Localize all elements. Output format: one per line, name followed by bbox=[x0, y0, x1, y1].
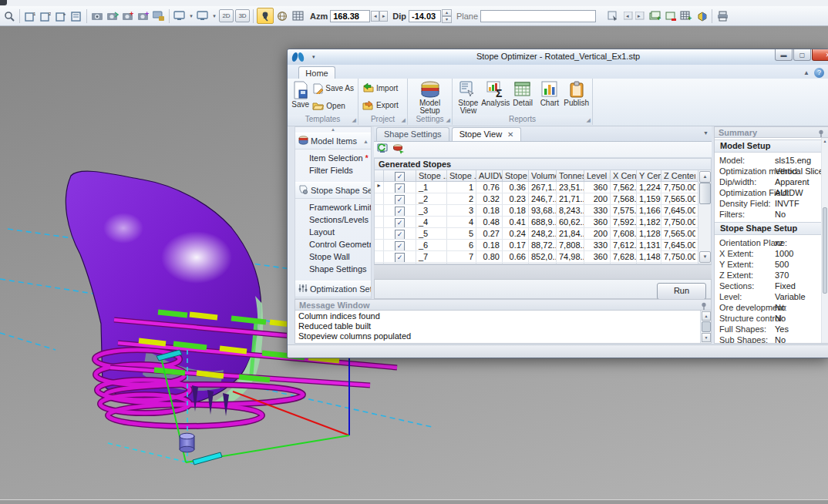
remove-table-icon[interactable] bbox=[664, 9, 678, 23]
dialog-launcher-icon[interactable]: ◢ bbox=[446, 117, 450, 123]
row-checkbox[interactable]: ✓ bbox=[395, 230, 405, 239]
row-checkbox[interactable]: ✓ bbox=[395, 195, 405, 204]
scroll-down-arrow[interactable]: ▼ bbox=[702, 333, 711, 342]
column-header[interactable]: AUIDW bbox=[476, 170, 503, 181]
summary-header[interactable]: Summary bbox=[714, 126, 828, 138]
summary-section-stope-shape-setup[interactable]: Stope Shape Setup bbox=[715, 222, 822, 235]
add-table-icon[interactable]: + bbox=[648, 9, 662, 23]
table-row[interactable]: ✓_330.180.1893,68...8,243...3307,575...1… bbox=[375, 205, 711, 217]
dialog-launcher-icon[interactable]: ◢ bbox=[587, 117, 591, 123]
table-row[interactable]: ✓_770.800.66852,0...74,98...3607,628...1… bbox=[375, 251, 711, 263]
table-row[interactable]: ▸✓_110.760.36267,1...23,51...3607,562...… bbox=[375, 182, 711, 193]
row-checkbox[interactable]: ✓ bbox=[395, 253, 405, 262]
chart-button[interactable]: Chart bbox=[537, 79, 564, 114]
row-checkbox[interactable]: ✓ bbox=[395, 241, 405, 250]
sidebar-item[interactable]: Shape Settings bbox=[295, 263, 371, 275]
quick-access-dropdown-icon[interactable]: ▾ bbox=[312, 54, 315, 60]
dip-stepper[interactable]: ▴▾ bbox=[442, 9, 452, 23]
close-tab-icon[interactable]: ✕ bbox=[507, 128, 513, 141]
column-header[interactable]: Tonnes bbox=[557, 170, 584, 181]
column-header[interactable]: Level ID bbox=[584, 170, 611, 181]
model-setup-button[interactable]: Model Setup bbox=[411, 79, 449, 114]
sidebar-item[interactable]: Stope Wall bbox=[295, 250, 371, 263]
detail-button[interactable]: Detail bbox=[510, 79, 537, 114]
sidebar-item[interactable]: Sections/Levels bbox=[295, 213, 371, 226]
monitor-icon[interactable] bbox=[196, 9, 210, 23]
scroll-up-arrow[interactable]: ▲ bbox=[702, 311, 711, 321]
azimuth-stepper[interactable]: ◂▸ bbox=[371, 11, 388, 22]
sidebar-item[interactable]: Item Selection* bbox=[295, 152, 371, 164]
select-all-checkbox[interactable]: ✓ bbox=[384, 170, 416, 181]
save-button[interactable]: Save bbox=[290, 79, 311, 114]
message-scrollbar[interactable]: ▲ ▼ bbox=[700, 311, 711, 343]
sidebar-section-model-items[interactable]: Model Items▲ bbox=[295, 133, 371, 150]
scroll-thumb[interactable] bbox=[699, 183, 711, 204]
message-window-header[interactable]: Message Window bbox=[295, 299, 712, 311]
print-icon[interactable] bbox=[715, 9, 729, 23]
dropdown-caret[interactable]: ▾ bbox=[188, 9, 194, 23]
export-button[interactable]: Export bbox=[361, 100, 400, 111]
section-step-next-icon[interactable]: » bbox=[54, 9, 68, 23]
save-as-button[interactable]: Save As bbox=[311, 82, 355, 95]
column-header[interactable]: Stope ... bbox=[416, 170, 447, 181]
section-step-2-icon[interactable]: 2 bbox=[39, 9, 52, 23]
section-list-icon[interactable] bbox=[69, 9, 83, 23]
refresh-view-icon[interactable] bbox=[377, 143, 389, 156]
camera-icon[interactable] bbox=[90, 9, 104, 23]
collapse-ribbon-icon[interactable]: ▲ bbox=[803, 69, 809, 76]
sidebar-item[interactable]: Control Geometry bbox=[295, 238, 371, 250]
publish-button[interactable]: Publish bbox=[563, 79, 590, 114]
dip-input[interactable] bbox=[409, 10, 441, 22]
camera-bookmark-icon[interactable]: + bbox=[136, 9, 150, 23]
sidebar-section-optimization-setup[interactable]: Optimization Setup▲ bbox=[295, 281, 371, 297]
column-header[interactable]: Stope ... bbox=[447, 170, 476, 181]
scroll-up-arrow[interactable]: ▲ bbox=[699, 171, 711, 183]
tab-stope-view[interactable]: Stope View ✕ bbox=[452, 127, 522, 141]
scroll-thumb[interactable] bbox=[702, 321, 711, 332]
column-header[interactable]: X Center bbox=[611, 170, 637, 181]
column-header[interactable]: Z Center bbox=[661, 170, 695, 181]
add-grid-icon[interactable]: + bbox=[679, 9, 693, 23]
row-checkbox[interactable]: ✓ bbox=[395, 183, 405, 193]
camera-add-icon[interactable]: + bbox=[121, 9, 135, 23]
scroll-thumb[interactable] bbox=[823, 207, 827, 294]
import-button[interactable]: Import bbox=[361, 82, 400, 93]
dialog-launcher-icon[interactable]: ◢ bbox=[352, 117, 356, 123]
column-header[interactable]: Y Center bbox=[637, 170, 661, 181]
table-row[interactable]: ✓_660.180.1788,72...7,808...3307,612...1… bbox=[375, 240, 711, 251]
dialog-launcher-icon[interactable]: ◢ bbox=[402, 117, 406, 123]
table-select-icon[interactable] bbox=[606, 9, 620, 23]
table-row[interactable]: ✓ bbox=[375, 263, 711, 264]
analysis-button[interactable]: Σ Analysis bbox=[482, 79, 510, 114]
dropdown-caret[interactable]: ▾ bbox=[211, 9, 217, 23]
titlebar[interactable]: Stope Optimizer - Rotated_Vertical_Ex1.s… bbox=[288, 49, 828, 66]
grid-vertical-scrollbar[interactable]: ▲ ▼ bbox=[698, 170, 711, 264]
table-row[interactable]: ✓_220.320.23246,7...21,71...2007,568...1… bbox=[375, 193, 711, 205]
view-3d-button[interactable]: 3D bbox=[235, 9, 250, 22]
tab-shape-settings[interactable]: Shape Settings bbox=[376, 127, 449, 141]
sidebar-section-stope-shape-setup[interactable]: Stope Shape Setup▲ bbox=[295, 182, 371, 199]
next-page-icon[interactable]: ▸ bbox=[633, 9, 647, 23]
stope-view-button[interactable]: Stope View bbox=[455, 79, 482, 114]
run-button[interactable]: Run bbox=[657, 283, 706, 300]
tab-overflow-icon[interactable]: ▼ bbox=[703, 130, 709, 136]
plane-input[interactable] bbox=[480, 10, 596, 22]
sidebar-scroll-up[interactable]: ▲ bbox=[295, 127, 371, 133]
sidebar-item[interactable]: Filter Fields bbox=[295, 164, 371, 176]
pin-icon[interactable] bbox=[817, 129, 825, 136]
summary-scrollbar[interactable]: ▲ bbox=[821, 138, 828, 343]
summary-section-model-setup[interactable]: Model Setup bbox=[715, 139, 822, 153]
lighting-icon[interactable] bbox=[257, 8, 274, 24]
globe-icon[interactable] bbox=[275, 9, 289, 23]
sidebar-item[interactable]: Framework Limits bbox=[295, 201, 371, 213]
azimuth-input[interactable] bbox=[330, 10, 370, 22]
section-step-1-icon[interactable]: 1 bbox=[23, 9, 37, 23]
reload-model-icon[interactable] bbox=[392, 143, 405, 156]
minimize-button[interactable]: ▬ bbox=[775, 49, 793, 61]
zoom-tool-icon[interactable] bbox=[2, 9, 16, 23]
table-row[interactable]: ✓_550.270.24248,2...21,84...2007,608...1… bbox=[375, 228, 711, 240]
open-button[interactable]: Open bbox=[311, 100, 355, 111]
row-checkbox[interactable]: ✓ bbox=[395, 207, 405, 216]
scroll-up-arrow[interactable]: ▲ bbox=[822, 138, 828, 144]
sidebar-item[interactable]: Layout bbox=[295, 226, 371, 238]
